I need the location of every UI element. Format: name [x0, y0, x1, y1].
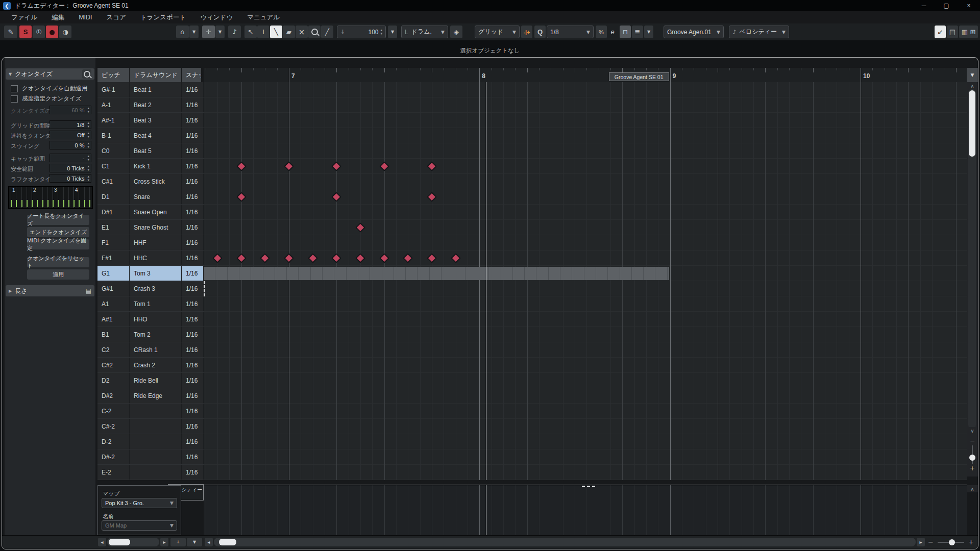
velocity-stepper[interactable]: ▴▾	[380, 29, 382, 36]
freeze-midi-quantize-button[interactable]: MIDI クオンタイズを固定	[27, 239, 89, 249]
grid-mode-dropdown[interactable]: グリッド ▼	[475, 26, 520, 38]
stepper[interactable]: ▴▾	[87, 155, 89, 162]
line-tool-button[interactable]: ╱	[321, 26, 333, 38]
stepper[interactable]: ▴▾	[87, 165, 89, 172]
column-header-pitch[interactable]: ピッチ	[97, 68, 130, 82]
select-tool-button[interactable]: ↖	[244, 26, 257, 38]
feedback-button[interactable]: ◑	[59, 26, 71, 38]
note-grid[interactable]	[204, 82, 967, 480]
vzoom-track[interactable]	[972, 445, 973, 464]
catch-range-field[interactable]: -▴▾	[50, 154, 91, 162]
solo-button[interactable]: S	[19, 26, 32, 38]
drum-list-row[interactable]: F1HHF1/16	[97, 235, 204, 251]
vertical-scrollbar-thumb[interactable]	[969, 90, 975, 157]
zoom-out-icon[interactable]: −	[970, 437, 975, 444]
length-section-header[interactable]: ▶ 長さ ▤	[6, 285, 94, 296]
step-input-button[interactable]: ①	[33, 26, 45, 38]
part-list-dropdown[interactable]: ▼	[644, 26, 653, 38]
drum-list-row[interactable]: F#1HHC1/16	[97, 251, 204, 266]
scroll-up-button[interactable]: ∧	[967, 82, 978, 89]
hzoom-track[interactable]	[938, 542, 964, 543]
zoom-out-icon[interactable]: −	[928, 538, 934, 546]
drum-list-row[interactable]: C-21/16	[97, 404, 204, 419]
safe-range-field[interactable]: 0 Ticks▴▾	[50, 164, 91, 172]
selected-part-region[interactable]	[204, 267, 669, 280]
edit-active-part-button[interactable]: ≣	[632, 26, 643, 38]
drum-list-row[interactable]: C#-21/16	[97, 419, 204, 434]
autoscroll-button[interactable]: ✛	[202, 26, 215, 38]
zoom-tool-button[interactable]	[308, 26, 321, 38]
drum-list-row[interactable]: A#1HHO1/16	[97, 312, 204, 327]
snap-type-button[interactable]: -|+	[521, 26, 532, 38]
length-display-icon[interactable]: ▤	[86, 287, 91, 294]
setup-toolbar-button[interactable]: ⊞	[968, 26, 978, 38]
iterative-quantize-button[interactable]: Q	[534, 26, 546, 38]
drum-list-row[interactable]: G1Tom 31/16	[97, 266, 204, 281]
quantize-ends-button[interactable]: エンドをクオンタイズ	[27, 227, 89, 237]
drum-list-row[interactable]: C#2Crash 21/16	[97, 358, 204, 373]
column-header-drumsound[interactable]: ドラムサウンド	[130, 68, 182, 82]
quantize-lengths-button[interactable]: ノート長をクオンタイズ	[27, 215, 89, 225]
menu-item[interactable]: ウィンドウ	[193, 11, 240, 23]
preset-search-button[interactable]	[82, 69, 91, 79]
map-dropdown[interactable]: Pop Kit 3 - Gro. ▼	[102, 498, 177, 508]
stepper[interactable]: ▴▾	[87, 132, 89, 139]
drum-list-row[interactable]: D#1Snare Open1/16	[97, 205, 204, 220]
drum-list-row[interactable]: D1Snare1/16	[97, 189, 204, 205]
record-button[interactable]: ●	[46, 26, 58, 38]
menu-item[interactable]: スコア	[100, 11, 133, 23]
drum-list-row[interactable]: C2CRash 11/16	[97, 342, 204, 358]
length-quantize-dropdown[interactable]: L ドラム. ▼	[401, 26, 448, 38]
close-button[interactable]: ×	[958, 0, 980, 11]
drum-list-row[interactable]: C1Kick 11/16	[97, 159, 204, 174]
drum-list-row[interactable]: C#1Cross Stick1/16	[97, 174, 204, 189]
part-drag-handle[interactable]	[204, 281, 205, 296]
drum-list-row[interactable]: E-21/16	[97, 465, 204, 480]
list-scroll-right-button[interactable]: ▸	[160, 538, 168, 546]
quantize-percent-button[interactable]: %	[596, 26, 607, 38]
controller-lane-dropdown[interactable]: ♪ ベロシティー ▼	[729, 26, 789, 38]
lane-preset-dropdown[interactable]: ▼	[187, 538, 202, 546]
horizontal-zoom-slider[interactable]: − +	[928, 538, 974, 546]
home-dropdown[interactable]: ▼	[189, 26, 199, 38]
drum-list-row[interactable]: A1Tom 11/16	[97, 296, 204, 312]
ruler-options-dropdown[interactable]: ▼	[967, 68, 978, 82]
drum-list-row[interactable]: G#1Crash 31/16	[97, 281, 204, 296]
velocity-lane[interactable]	[204, 485, 967, 537]
part-name-tag[interactable]: Groove Agent SE 01	[609, 72, 669, 81]
grid-spacing-field[interactable]: 1/8▴▾	[50, 120, 91, 129]
track-dropdown[interactable]: Groove Agen.01 ▼	[664, 26, 724, 38]
drum-list-row[interactable]: A-1Beat 21/16	[97, 97, 204, 113]
vertical-zoom-slider[interactable]: − +	[968, 437, 976, 472]
drum-list-row[interactable]: E1Snare Ghost1/16	[97, 220, 204, 235]
zoom-in-icon[interactable]: +	[970, 465, 975, 472]
lane-scroll-up-button[interactable]: ∧	[967, 485, 978, 492]
menu-item[interactable]: トランスポート	[133, 11, 193, 23]
stepper[interactable]: ▴▾	[87, 175, 89, 182]
quantize-preset-dropdown[interactable]: 1/8 ▼	[547, 26, 594, 38]
drum-list-row[interactable]: D#-21/16	[97, 449, 204, 465]
menu-item[interactable]: 編集	[44, 11, 71, 23]
list-scroll-left-button[interactable]: ◂	[98, 538, 106, 546]
quantize-panel-header[interactable]: ▼ クオンタイズ	[6, 68, 94, 80]
stepper[interactable]: ▴▾	[87, 142, 89, 149]
drumstick-tool-button[interactable]: ╲	[270, 26, 282, 38]
scroll-down-button[interactable]: ∨	[967, 427, 978, 434]
pin-button[interactable]: ✎	[4, 26, 17, 38]
menu-item[interactable]: MIDI	[71, 11, 99, 23]
grid-hscrollbar[interactable]	[214, 538, 916, 546]
mute-tool-button[interactable]: ×	[296, 26, 308, 38]
menu-item[interactable]: ファイル	[4, 11, 44, 23]
drum-list-row[interactable]: D-21/16	[97, 434, 204, 449]
name-dropdown[interactable]: GM Map ▼	[102, 520, 177, 531]
left-zone-button[interactable]: ▤	[947, 26, 958, 38]
autoscroll-dropdown[interactable]: ▼	[215, 26, 225, 38]
range-tool-button[interactable]: I	[257, 26, 270, 38]
drum-list-row[interactable]: C0Beat 51/16	[97, 143, 204, 159]
reset-quantize-button[interactable]: クオンタイズをリセット	[27, 257, 89, 267]
checkbox-icon[interactable]	[11, 85, 18, 92]
ruler[interactable]: 78910Groove Agent SE 01	[204, 68, 967, 82]
menu-item[interactable]: マニュアル	[240, 11, 287, 23]
eraser-tool-button[interactable]: ▰	[283, 26, 295, 38]
iq-checkbox-row[interactable]: 感度指定クオンタイズ	[11, 95, 82, 103]
